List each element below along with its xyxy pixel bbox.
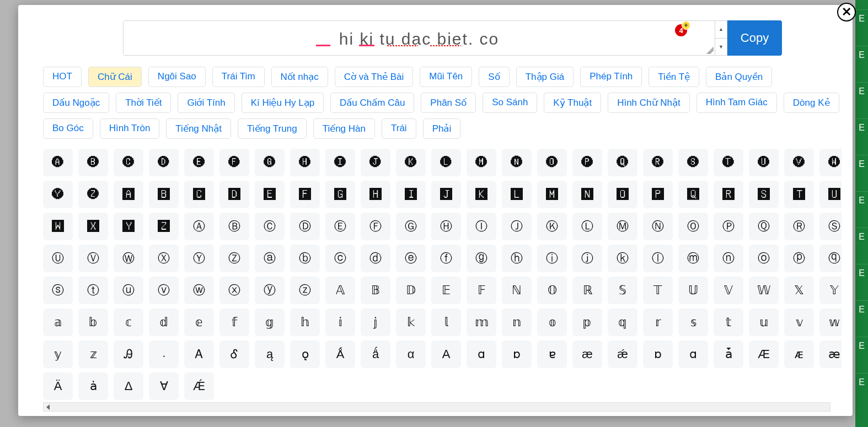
character-cell[interactable]: Ǻ (325, 340, 355, 368)
character-cell[interactable]: ⓧ (219, 277, 249, 304)
copy-button[interactable]: Copy (727, 20, 782, 56)
category-pill[interactable]: Phép Tính (580, 67, 642, 87)
character-cell[interactable]: 🆄 (819, 181, 842, 208)
character-cell[interactable]: Ⓠ (749, 213, 779, 240)
character-cell[interactable]: 𝕗 (219, 309, 249, 336)
character-cell[interactable]: 🅺 (467, 181, 496, 208)
character-cell[interactable]: 𝕞 (467, 309, 496, 336)
character-cell[interactable]: 𝕦 (749, 309, 779, 336)
character-cell[interactable]: 🅞 (537, 149, 567, 176)
character-cell[interactable]: 🅲 (184, 181, 214, 208)
character-cell[interactable]: 𝕣 (643, 309, 673, 336)
character-cell[interactable]: æ (572, 340, 602, 368)
character-cell[interactable]: 🆃 (784, 181, 814, 208)
category-pill[interactable]: Kỹ Thuật (544, 93, 601, 113)
character-cell[interactable]: ⓚ (608, 245, 637, 272)
character-cell[interactable]: Ⓤ (43, 245, 73, 272)
character-cell[interactable]: ⓜ (678, 245, 708, 272)
character-cell[interactable]: 𝔼 (431, 277, 461, 304)
character-cell[interactable]: ⓩ (290, 277, 320, 304)
character-cell[interactable]: 🅱 (149, 181, 179, 208)
character-cell[interactable]: Ꮄ (219, 340, 249, 368)
category-pill[interactable]: Tiếng Hàn (313, 118, 375, 139)
character-cell[interactable]: ǡ (714, 340, 743, 368)
character-cell[interactable]: Ⓢ (819, 213, 842, 240)
character-cell[interactable]: Ⓞ (678, 213, 708, 240)
character-cell[interactable]: 🅶 (325, 181, 355, 208)
character-cell[interactable]: ⓒ (325, 245, 355, 272)
character-cell[interactable]: 🅓 (149, 149, 179, 176)
character-cell[interactable]: 🅐 (43, 149, 73, 176)
character-cell[interactable]: ⓑ (290, 245, 320, 272)
character-cell[interactable]: 🅠 (608, 149, 637, 176)
character-cell[interactable]: Ⓡ (784, 213, 814, 240)
character-cell[interactable]: Ⓙ (502, 213, 532, 240)
character-cell[interactable]: Ⓝ (643, 213, 673, 240)
character-cell[interactable]: ℝ (572, 277, 602, 304)
character-cell[interactable]: 𝕒 (43, 309, 73, 336)
character-cell[interactable]: ⓣ (78, 277, 108, 304)
category-pill[interactable]: Trái Tim (212, 67, 265, 87)
spinner-down-button[interactable]: ▼ (715, 39, 727, 56)
character-cell[interactable]: 𝕋 (643, 277, 673, 304)
character-cell[interactable]: 𝕝 (431, 309, 461, 336)
character-cell[interactable]: 𝕡 (572, 309, 602, 336)
character-cell[interactable]: Ⓕ (361, 213, 390, 240)
character-cell[interactable]: 🆂 (749, 181, 779, 208)
category-pill[interactable]: Dấu Chấm Câu (330, 93, 414, 113)
character-cell[interactable]: 🅼 (537, 181, 567, 208)
category-pill[interactable]: Chữ Cái (88, 67, 142, 87)
category-pill[interactable]: Dòng Kẻ (784, 93, 839, 113)
character-cell[interactable]: ⓓ (361, 245, 390, 272)
character-cell[interactable]: 𝕢 (608, 309, 637, 336)
character-cell[interactable]: ∀ (149, 372, 179, 400)
character-cell[interactable]: Ꭺ (184, 340, 214, 368)
character-cell[interactable]: ⓨ (255, 277, 285, 304)
character-cell[interactable]: 🅘 (325, 149, 355, 176)
character-cell[interactable]: Ä (43, 372, 73, 400)
character-cell[interactable]: 🆈 (114, 213, 143, 240)
character-cell[interactable]: 🅻 (502, 181, 532, 208)
character-cell[interactable]: 𝕖 (184, 309, 214, 336)
character-cell[interactable]: 𝕆 (537, 277, 567, 304)
character-cell[interactable]: 𝕎 (749, 277, 779, 304)
character-cell[interactable]: 🆉 (149, 213, 179, 240)
character-cell[interactable]: α (396, 340, 426, 368)
category-pill[interactable]: Tiếng Nhật (166, 118, 231, 139)
character-cell[interactable]: 𝕓 (78, 309, 108, 336)
character-cell[interactable]: ɒ (502, 340, 532, 368)
character-cell[interactable]: 𝕕 (149, 309, 179, 336)
character-cell[interactable]: Ⓦ (114, 245, 143, 272)
character-cell[interactable]: ӕ (819, 340, 842, 368)
category-pill[interactable]: So Sánh (483, 93, 537, 113)
character-cell[interactable]: ɐ (537, 340, 567, 368)
character-cell[interactable]: 𝕠 (537, 309, 567, 336)
character-cell[interactable]: ⓠ (819, 245, 842, 272)
character-textarea[interactable] (124, 21, 715, 55)
category-pill[interactable]: Kí Hiệu Hy Lạp (242, 93, 324, 113)
category-pill[interactable]: Ngôi Sao (148, 67, 206, 87)
character-cell[interactable]: Ⓑ (219, 213, 249, 240)
character-cell[interactable]: Ꭿ (114, 340, 143, 368)
category-pill[interactable]: Dấu Ngoặc (43, 93, 109, 113)
character-cell[interactable]: 🅑 (78, 149, 108, 176)
character-cell[interactable]: Ⓔ (325, 213, 355, 240)
character-cell[interactable]: ⓞ (749, 245, 779, 272)
category-pill[interactable]: Tiếng Trung (238, 118, 307, 139)
character-cell[interactable]: 🅩 (78, 181, 108, 208)
character-cell[interactable]: 𝕊 (608, 277, 637, 304)
character-cell[interactable]: ɑ (678, 340, 708, 368)
character-cell[interactable]: ⓕ (431, 245, 461, 272)
category-pill[interactable]: Thập Giá (516, 67, 574, 87)
character-cell[interactable]: ⓙ (572, 245, 602, 272)
character-cell[interactable]: 🅴 (255, 181, 285, 208)
category-pill[interactable]: Hình Tam Giác (696, 93, 777, 113)
character-cell[interactable]: 𝕚 (325, 309, 355, 336)
character-cell[interactable]: Ⓜ (608, 213, 637, 240)
resize-handle-icon[interactable] (706, 46, 714, 54)
character-cell[interactable]: 🅝 (502, 149, 532, 176)
character-cell[interactable]: 🅖 (255, 149, 285, 176)
notification-badge[interactable]: 4 + (675, 24, 687, 36)
character-cell[interactable]: 𝕥 (714, 309, 743, 336)
close-button[interactable]: ✕ (837, 3, 856, 21)
